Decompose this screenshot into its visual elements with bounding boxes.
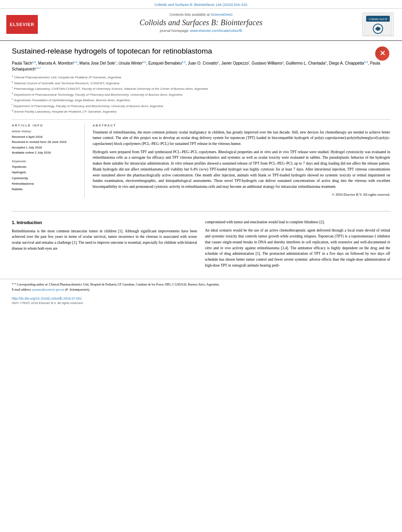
doi-link[interactable]: http://dx.doi.org/10.1016/j.colsurfb.201… (12, 297, 82, 300)
footnote-star-icon: * (12, 282, 14, 286)
affiliations: a Clinical Pharmacokinetics Unit, Hospit… (12, 74, 390, 114)
crossmark-icon: ⨯ (375, 46, 389, 61)
article-content: Sustained-release hydrogels of topotecan… (0, 41, 402, 207)
elsevier-logo: ELSEVIER (6, 15, 38, 34)
body-content: 1. Introduction Retinoblastoma is the mo… (0, 215, 402, 279)
article-info-abstract: ARTICLE INFO Article history: Received 4… (12, 119, 390, 198)
keywords-label: Keywords: (12, 159, 79, 163)
page: Colloids and Surfaces B: Biointerfaces 1… (0, 0, 402, 532)
contents-label: Contents lists available at (169, 13, 210, 17)
keywords-list: TopotecanHydrogelsCytotoxicityRetinoblas… (12, 164, 79, 193)
journal-header-left: ELSEVIER (6, 13, 42, 36)
homepage-url[interactable]: www.elsevier.com/locate/colsurfb (190, 29, 242, 33)
journal-logo-box: Colloids Surf B (362, 13, 394, 36)
abstract-text: Treatment of retinoblastoma, the most co… (93, 130, 390, 198)
sciencedirect-link[interactable]: ScienceDirect (211, 13, 233, 17)
intro-heading: 1. Introduction (12, 219, 197, 226)
svg-text:Colloids Surf B: Colloids Surf B (369, 18, 387, 20)
received-revised-date: Received in revised form 28 June 2016 (12, 139, 79, 145)
keywords-group: Keywords: TopotecanHydrogelsCytotoxicity… (12, 159, 79, 193)
history-label: Article history: (12, 130, 79, 133)
article-title: Sustained-release hydrogels of topotecan… (12, 46, 390, 56)
received-date: Received 4 April 2016 (12, 134, 79, 140)
footnote-area: * * Corresponding author at: Clinical Ph… (0, 279, 402, 295)
contents-line: Contents lists available at ScienceDirec… (46, 13, 356, 17)
copyright-line: © 2016 Elsevier B.V. All rights reserved… (93, 192, 390, 198)
email-label: E-mail address: (12, 288, 32, 291)
authors: Paula Taicha,b, Marcela A. Morettonb,d, … (12, 60, 390, 72)
journal-homepage: journal homepage: www.elsevier.com/locat… (46, 29, 356, 33)
body-right-p2: An ideal scenario would be the use of an… (205, 228, 390, 268)
active-word: active (162, 173, 171, 177)
email-link[interactable]: paulas@conicet.gov.ar (32, 288, 64, 291)
body-left-p1: Retinoblastoma is the most common intrao… (12, 228, 197, 252)
homepage-label: journal homepage: (160, 29, 189, 33)
available-online-date: Available online 2 July 2016 (12, 150, 79, 156)
article-info-label: ARTICLE INFO (12, 124, 79, 127)
journal-header-right: Colloids Surf B (360, 13, 396, 36)
crossmark: ⨯ (375, 46, 390, 61)
journal-header-center: Contents lists available at ScienceDirec… (46, 13, 356, 36)
footnote-text: * Corresponding author at: Clinical Phar… (15, 283, 220, 286)
accepted-date: Accepted 1 July 2016 (12, 145, 79, 150)
abstract-col: ABSTRACT Treatment of retinoblastoma, th… (93, 124, 390, 198)
abstract-p2: Hydrogels were prepared from TPT and syn… (93, 149, 390, 190)
abstract-label: ABSTRACT (93, 124, 390, 127)
top-bar: Colloids and Surfaces B: Biointerfaces 1… (0, 0, 402, 9)
body-left-col: 1. Introduction Retinoblastoma is the mo… (12, 219, 197, 271)
doi-line: http://dx.doi.org/10.1016/j.colsurfb.201… (0, 295, 402, 301)
issn-line: 0927-7765/© 2016 Elsevier B.V. All right… (0, 301, 402, 308)
article-title-text: Sustained-release hydrogels of topotecan… (12, 47, 212, 55)
article-info-col: ARTICLE INFO Article history: Received 4… (12, 124, 85, 198)
journal-title: Colloids and Surfaces B: Biointerfaces (46, 18, 356, 27)
body-right-col: compromised with tumor and enucleation w… (205, 219, 390, 271)
section-divider (12, 211, 390, 211)
email-person: (P. Schaiquevich). (65, 288, 90, 291)
journal-citation-link[interactable]: Colloids and Surfaces B: Biointerfaces 1… (154, 3, 248, 7)
journal-header: ELSEVIER Contents lists available at Sci… (0, 9, 402, 41)
abstract-p1: Treatment of retinoblastoma, the most co… (93, 130, 390, 147)
body-right-p1: compromised with tumor and enucleation w… (205, 219, 390, 225)
article-history: Article history: Received 4 April 2016 R… (12, 130, 79, 156)
